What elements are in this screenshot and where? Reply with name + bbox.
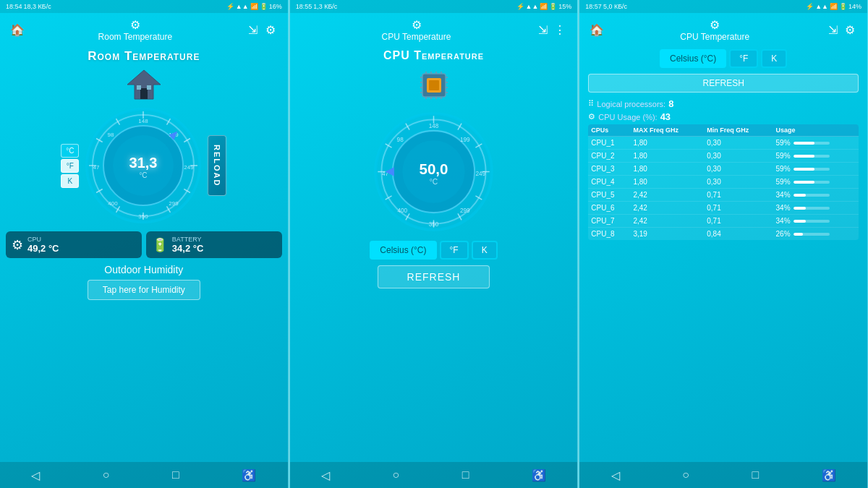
cpu-min-freq: 0,71 [704, 215, 773, 228]
nav-bar-1: 🏠 ⚙ Room Temperature ⇲ ⚙ [0, 13, 288, 46]
square-icon-3[interactable]: □ [752, 468, 759, 481]
more-icon-1[interactable]: ⚙ [262, 23, 279, 37]
cpu-card-value: 49,2 °C [27, 243, 59, 254]
status-left-3: 18:57 5,0 КБ/с [585, 3, 627, 10]
cpu-min-freq: 0,30 [704, 163, 773, 176]
usage-bar [793, 220, 830, 223]
svg-text:249: 249 [475, 171, 485, 177]
humidity-button[interactable]: Tap here for Humidity [88, 280, 200, 300]
back-icon-2[interactable]: ◁ [321, 468, 330, 482]
svg-text:47: 47 [93, 164, 100, 171]
svg-text:148: 148 [429, 123, 439, 129]
unit-celsius-1[interactable]: °C [61, 144, 79, 158]
svg-text:350: 350 [139, 213, 149, 220]
unit-row-3: Celsius (°C) °F K [588, 49, 859, 68]
battery-card-icon: 🔋 [152, 237, 168, 253]
unit-kelvin-1[interactable]: K [61, 174, 79, 188]
processors-icon: ⠿ [588, 99, 594, 108]
accessibility-icon-1[interactable]: ♿ [242, 468, 256, 482]
screen-cpu-temperature-1: 18:55 1,3 КБ/с ⚡ ▲▲ 📶 🔋 15% ⚙ CPU Temper… [290, 0, 579, 488]
battery-icon-1: 🔋 [260, 3, 268, 10]
cpu-min-freq: 0,30 [704, 137, 773, 150]
back-icon-1[interactable]: ◁ [31, 468, 40, 482]
bottom-nav-2: ◁ ○ □ ♿ [290, 462, 578, 488]
cpu-temp-card: ⚙ CPU 49,2 °C [6, 231, 142, 258]
status-speed-2: 1,3 КБ/с [313, 3, 337, 10]
svg-rect-3 [147, 85, 151, 90]
refresh-button-3[interactable]: REFRESH [588, 74, 859, 93]
circle-icon-1[interactable]: ○ [103, 468, 110, 481]
cpu-usage-cell: 59% [773, 163, 859, 176]
logical-processors-label: Logical processors: [597, 100, 665, 108]
battery-card-value: 34,2 °C [172, 243, 204, 254]
unit-celsius-2[interactable]: Celsius (°C) [370, 241, 436, 260]
svg-text:299: 299 [460, 207, 470, 214]
settings-chip-icon-3[interactable]: ⚙ [706, 18, 723, 32]
bluetooth-icon: ⚡ [226, 3, 234, 10]
cpu-usage-info: ⚙ CPU Usage (%): 43 [588, 111, 859, 122]
settings-chip-icon-1[interactable]: ⚙ [127, 18, 144, 32]
cpu-max-freq: 1,80 [630, 150, 704, 163]
cpu-max-freq: 1,80 [630, 163, 704, 176]
status-right-2: ⚡ ▲▲ 📶 🔋 15% [516, 3, 572, 10]
settings-chip-icon-2[interactable]: ⚙ [408, 18, 425, 32]
status-left-1: 18:54 18,3 КБ/с [6, 3, 51, 10]
wifi-icon: 📶 [250, 3, 258, 10]
usage-bar-fill [793, 194, 806, 197]
cpu-max-freq: 2,42 [630, 189, 704, 202]
cpu-card-label: CPU [27, 236, 59, 243]
cast-icon-2[interactable]: ⇲ [534, 23, 551, 37]
col-cpus: CPUs [588, 124, 630, 137]
status-bar-2: 18:55 1,3 КБ/с ⚡ ▲▲ 📶 🔋 15% [290, 0, 578, 13]
cpu-name: CPU_7 [588, 215, 630, 228]
usage-bar-fill [793, 155, 815, 158]
square-icon-2[interactable]: □ [462, 468, 469, 481]
svg-text:98: 98 [397, 137, 404, 143]
usage-label: 59% [776, 139, 791, 147]
col-usage: Usage [773, 124, 859, 137]
battery-icon-2: 🔋 [549, 3, 557, 10]
unit-fahrenheit-2[interactable]: °F [440, 241, 469, 260]
unit-kelvin-3[interactable]: K [761, 49, 787, 68]
unit-fahrenheit-3[interactable]: °F [729, 49, 758, 68]
cast-icon-1[interactable]: ⇲ [244, 23, 262, 37]
unit-kelvin-2[interactable]: K [472, 241, 498, 260]
more-icon-3[interactable]: ⚙ [841, 23, 859, 37]
cpu-battery-row: ⚙ CPU 49,2 °C 🔋 BATTERY 34,2 °C [6, 231, 282, 258]
logical-processors-value: 8 [668, 98, 673, 109]
unit-fahrenheit-1[interactable]: °F [61, 159, 79, 173]
cpu-min-freq: 0,71 [704, 202, 773, 215]
accessibility-icon-3[interactable]: ♿ [822, 468, 836, 482]
more-icon-2[interactable]: ⋮ [551, 23, 569, 37]
cpu-usage-cell: 34% [773, 189, 859, 202]
accessibility-icon-2[interactable]: ♿ [532, 468, 546, 482]
usage-label: 34% [776, 217, 791, 225]
usage-bar-fill [793, 233, 803, 236]
unit-celsius-3[interactable]: Celsius (°C) [660, 49, 726, 68]
svg-text:°C: °C [140, 171, 148, 179]
cpu-name: CPU_3 [588, 163, 630, 176]
table-row: CPU_2 1,80 0,30 59% [588, 150, 859, 163]
usage-label: 26% [776, 230, 791, 238]
reload-button[interactable]: RELOAD [208, 135, 226, 196]
temperature-gauge-1: 148 199 249 299 350 400 47 98 31,3 °C [82, 104, 205, 227]
circle-icon-3[interactable]: ○ [682, 468, 689, 481]
cpu-usage-cell: 59% [773, 137, 859, 150]
screen-2-content: CPU Temperature [290, 46, 578, 462]
unit-row-2: Celsius (°C) °F K [370, 241, 497, 260]
back-icon-3[interactable]: ◁ [611, 468, 620, 482]
cpu-usage-cell: 26% [773, 228, 859, 241]
circle-icon-2[interactable]: ○ [393, 468, 400, 481]
cpu-card-icon: ⚙ [12, 237, 23, 253]
cast-icon-3[interactable]: ⇲ [824, 23, 841, 37]
battery-pct-3: 14% [848, 3, 861, 10]
square-icon-1[interactable]: □ [172, 468, 179, 481]
refresh-button-2[interactable]: REFRESH [378, 265, 490, 288]
screen-3-content: Celsius (°C) °F K REFRESH ⠿ Logical proc… [579, 46, 867, 462]
svg-text:31,3: 31,3 [129, 155, 158, 171]
battery-pct-2: 15% [558, 3, 571, 10]
home-icon-1[interactable]: 🏠 [9, 23, 26, 37]
home-icon-3[interactable]: 🏠 [588, 23, 605, 37]
cpu-max-freq: 2,42 [630, 215, 704, 228]
usage-bar-fill [793, 142, 815, 145]
